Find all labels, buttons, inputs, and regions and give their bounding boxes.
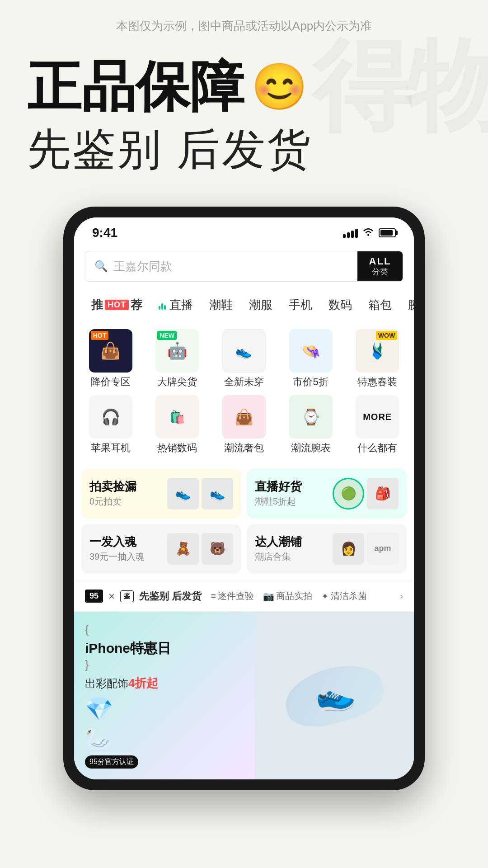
feature-card-store-info: 达人潮铺 潮店合集: [255, 535, 302, 563]
banner-bracelet: 💎: [85, 696, 244, 722]
auction-product-1: 👟: [167, 478, 199, 509]
product-label-sale: 降价专区: [91, 376, 131, 388]
product-label-new: 全新未穿: [224, 376, 264, 388]
product-label-airpods: 苹果耳机: [91, 442, 131, 454]
feature-card-store[interactable]: 达人潮铺 潮店合集 👩 apm: [247, 524, 407, 574]
status-time: 9:41: [92, 226, 117, 240]
badge-wow: WOW: [376, 331, 397, 340]
auth-feature-check: ≡逐件查验: [211, 590, 254, 602]
product-img-airpods: 🎧: [89, 395, 132, 439]
battery-fill: [380, 230, 393, 236]
product-img-half: 👒: [289, 329, 333, 373]
cat-nav-item-recommend[interactable]: 推 HOT 荐: [83, 293, 150, 316]
auth-logo: 95 × 鉴: [85, 590, 134, 603]
product-img-digital: 🛍️: [155, 395, 199, 439]
feature-card-lucky[interactable]: 一发入魂 39元一抽入魂 🧸 🐻: [81, 524, 241, 574]
phone-screen: 9:41: [74, 217, 414, 779]
product-img-spring: 🩱 WOW: [356, 329, 399, 373]
svg-point-0: [367, 234, 369, 236]
banner-right[interactable]: 👟: [255, 612, 414, 779]
product-item-luxury[interactable]: 👜 潮流奢包: [215, 395, 273, 454]
product-grid: 👜 HOT 降价专区 🤖 NEW 大牌尖货: [74, 322, 414, 469]
product-label-digital: 热销数码: [157, 442, 197, 454]
phone-mockup: 9:41: [63, 207, 425, 790]
signal-bar-4: [355, 229, 358, 238]
lucky-product-2: 🐻: [202, 533, 233, 565]
feature-card-auction-title: 拍卖捡漏: [89, 480, 136, 494]
feature-card-store-sub: 潮店合集: [255, 551, 302, 563]
search-icon: 🔍: [94, 260, 108, 273]
product-img-brand: 🤖 NEW: [155, 329, 199, 373]
feature-cards: 拍卖捡漏 0元拍卖 👟 👟 直播好货 潮鞋5折起: [74, 469, 414, 581]
search-placeholder-text: 王嘉尔同款: [113, 259, 172, 274]
feature-card-live-info: 直播好货 潮鞋5折起: [255, 480, 302, 508]
sneaker-image: 👟: [279, 656, 389, 735]
feature-card-store-title: 达人潮铺: [255, 535, 302, 549]
feature-card-live[interactable]: 直播好货 潮鞋5折起 🟢 🎒: [247, 469, 407, 519]
battery-icon: [379, 228, 396, 237]
auth-arrow-icon: ›: [400, 591, 403, 601]
auth-text: 先鉴别 后发货: [139, 590, 202, 603]
product-item-half[interactable]: 👒 市价5折: [282, 329, 340, 388]
product-item-new[interactable]: 👟 全新未穿: [215, 329, 273, 388]
product-img-sale: 👜 HOT: [89, 329, 132, 373]
product-item-watch[interactable]: ⌚ 潮流腕表: [282, 395, 340, 454]
product-label-half: 市价5折: [293, 376, 328, 388]
cat-nav-item-phone[interactable]: 手机: [281, 293, 320, 316]
feature-card-live-sub: 潮鞋5折起: [255, 495, 302, 508]
status-icons: [343, 226, 396, 239]
hero-emoji: 😊: [251, 61, 308, 111]
product-img-watch: ⌚: [289, 395, 333, 439]
product-img-new: 👟: [222, 329, 266, 373]
search-all-button[interactable]: ALL 分类: [357, 251, 403, 281]
cat-nav-item-live[interactable]: 直播: [150, 293, 201, 316]
auth-bar[interactable]: 95 × 鉴 先鉴别 后发货 ≡逐件查验 📷商品实拍 ✦清洁杀菌 ›: [74, 581, 414, 611]
feature-row-1: 拍卖捡漏 0元拍卖 👟 👟 直播好货 潮鞋5折起: [81, 469, 407, 519]
search-all-sub: 分类: [372, 267, 388, 277]
store-product-2: apm: [367, 533, 399, 565]
search-all-label: ALL: [369, 255, 391, 267]
banner-cert-badge: 95分官方认证: [85, 755, 138, 769]
product-label-more: 什么都有: [357, 442, 397, 454]
feature-card-auction-sub: 0元拍卖: [89, 495, 136, 508]
auth-cross: ×: [108, 590, 115, 603]
feature-card-auction-info: 拍卖捡漏 0元拍卖: [89, 480, 136, 508]
feature-card-auction[interactable]: 拍卖捡漏 0元拍卖 👟 👟: [81, 469, 241, 519]
cat-nav-item-fashion[interactable]: 潮服: [241, 293, 281, 316]
store-product-1: 👩: [333, 533, 364, 565]
feature-card-lucky-sub: 39元一抽入魂: [89, 551, 145, 563]
auth-badge-partner: 鉴: [120, 590, 134, 602]
cat-nav-item-watch[interactable]: 腕: [400, 293, 414, 316]
hero-section: 正品保障 😊 先鉴别 后发货: [0, 47, 488, 198]
badge-new: NEW: [157, 331, 177, 340]
product-item-sale[interactable]: 👜 HOT 降价专区: [81, 329, 140, 388]
feature-card-lucky-info: 一发入魂 39元一抽入魂: [89, 535, 145, 563]
cat-nav-item-shoes[interactable]: 潮鞋: [201, 293, 241, 316]
banner-brace-open: {: [85, 623, 244, 637]
search-bar[interactable]: 🔍 王嘉尔同款 ALL 分类: [85, 251, 403, 282]
auth-feature-photo: 📷商品实拍: [263, 590, 312, 602]
cat-nav-item-bags[interactable]: 箱包: [360, 293, 400, 316]
banner-left[interactable]: { iPhone特惠日 } 出彩配饰4折起 💎 🦢 95分官方认证: [74, 612, 255, 779]
auth-feature-clean: ✦清洁杀菌: [321, 590, 367, 602]
feature-card-lucky-title: 一发入魂: [89, 535, 145, 549]
hero-subtitle: 先鉴别 后发货: [27, 121, 461, 179]
product-item-spring[interactable]: 🩱 WOW 特惠春装: [348, 329, 407, 388]
hero-title: 正品保障 😊: [27, 57, 461, 116]
product-item-digital[interactable]: 🛍️ 热销数码: [148, 395, 207, 454]
banner-brace-close: }: [85, 658, 244, 672]
banner-iphone-title: iPhone特惠日: [85, 639, 244, 658]
product-label-brand: 大牌尖货: [157, 376, 197, 388]
auction-product-2: 👟: [202, 478, 233, 509]
badge-hot: HOT: [91, 331, 109, 340]
product-item-airpods[interactable]: 🎧 苹果耳机: [81, 395, 140, 454]
signal-icon: [343, 228, 358, 238]
cat-nav-item-digital[interactable]: 数码: [320, 293, 360, 316]
feature-card-auction-imgs: 👟 👟: [167, 478, 233, 509]
product-item-brand[interactable]: 🤖 NEW 大牌尖货: [148, 329, 207, 388]
product-item-more[interactable]: MORE 什么都有: [348, 395, 407, 454]
auth-badge-95: 95: [85, 590, 103, 603]
search-input[interactable]: 🔍 王嘉尔同款: [85, 259, 357, 274]
banner-sneaker-area: 👟: [285, 668, 384, 722]
product-label-luxury: 潮流奢包: [224, 442, 264, 454]
